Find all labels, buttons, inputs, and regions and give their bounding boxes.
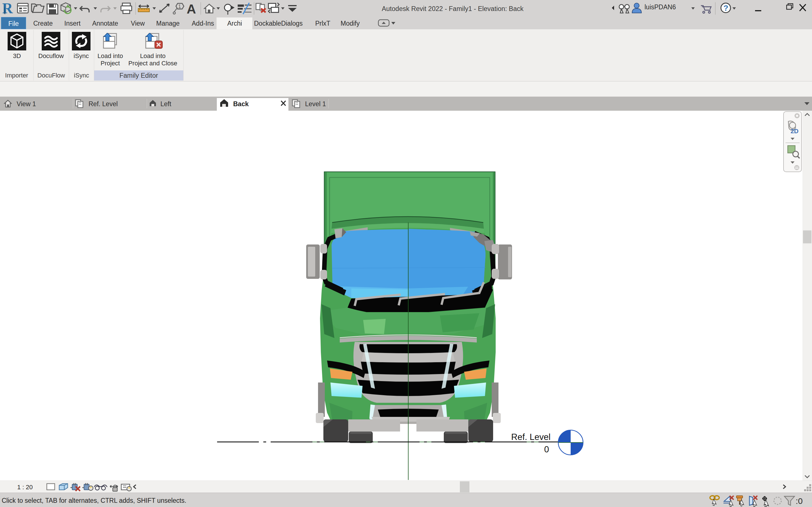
svg-text:luisPDAN6: luisPDAN6 — [645, 3, 676, 11]
svg-text:R: R — [2, 0, 13, 16]
svg-text:1: 1 — [178, 4, 181, 9]
svg-text:A: A — [187, 2, 196, 16]
svg-text:?: ? — [723, 4, 728, 12]
svg-text::0: :0 — [796, 496, 803, 506]
svg-text:0: 0 — [544, 445, 549, 454]
svg-text:Ref. Level: Ref. Level — [511, 432, 551, 442]
svg-text:2D: 2D — [791, 128, 799, 135]
